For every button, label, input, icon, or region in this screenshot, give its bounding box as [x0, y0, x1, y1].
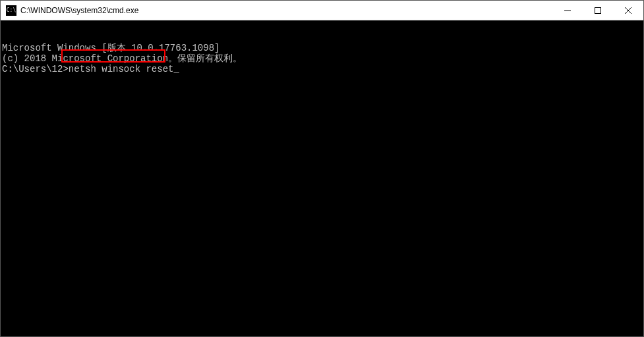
titlebar[interactable]: C:\ C:\WINDOWS\system32\cmd.exe — [1, 1, 643, 20]
command-text: netsh winsock reset — [69, 64, 174, 74]
terminal-output-line: (c) 2018 Microsoft Corporation。保留所有权利。 — [2, 53, 643, 64]
terminal-output-line: Microsoft Windows [版本 10.0.17763.1098] — [2, 43, 643, 53]
minimize-button[interactable] — [552, 1, 583, 20]
terminal-prompt-line: C:\Users\12>netsh winsock reset_ — [2, 64, 643, 74]
window-title: C:\WINDOWS\system32\cmd.exe — [20, 6, 552, 15]
maximize-button[interactable] — [583, 1, 613, 20]
prompt-text: C:\Users\12> — [2, 64, 69, 74]
cmd-window: C:\ C:\WINDOWS\system32\cmd.exe Microsof… — [0, 0, 644, 337]
terminal-area[interactable]: Microsoft Windows [版本 10.0.17763.1098](c… — [1, 20, 643, 336]
cursor: _ — [173, 64, 179, 74]
window-controls — [552, 1, 643, 20]
cmd-icon: C:\ — [6, 5, 16, 16]
close-button[interactable] — [613, 1, 643, 20]
svg-rect-1 — [595, 7, 601, 13]
